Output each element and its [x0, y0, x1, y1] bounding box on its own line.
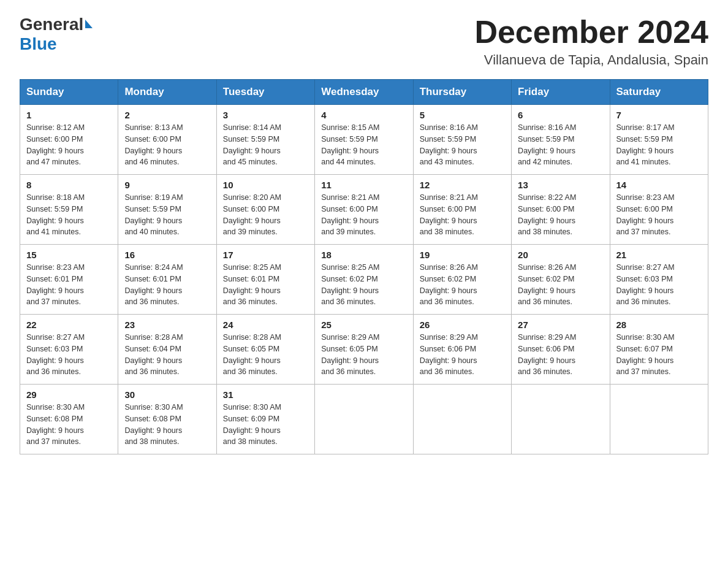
day-number: 14 [616, 180, 702, 190]
calendar-cell: 31Sunrise: 8:30 AMSunset: 6:09 PMDayligh… [216, 385, 314, 454]
day-info: Sunrise: 8:26 AMSunset: 6:02 PMDaylight:… [420, 262, 505, 308]
day-number: 11 [321, 180, 406, 190]
day-number: 26 [420, 320, 505, 330]
day-info: Sunrise: 8:30 AMSunset: 6:07 PMDaylight:… [616, 332, 702, 378]
logo-blue-text: Blue [20, 34, 57, 53]
week-row-2: 8Sunrise: 8:18 AMSunset: 5:59 PMDaylight… [20, 175, 708, 245]
calendar-cell: 25Sunrise: 8:29 AMSunset: 6:05 PMDayligh… [315, 315, 413, 385]
day-number: 4 [321, 110, 406, 120]
calendar-cell: 20Sunrise: 8:26 AMSunset: 6:02 PMDayligh… [512, 245, 610, 315]
week-row-4: 22Sunrise: 8:27 AMSunset: 6:03 PMDayligh… [20, 315, 708, 385]
day-number: 24 [223, 320, 308, 330]
day-number: 30 [124, 389, 210, 400]
day-info: Sunrise: 8:29 AMSunset: 6:06 PMDaylight:… [518, 332, 603, 378]
day-number: 23 [124, 320, 210, 330]
day-info: Sunrise: 8:27 AMSunset: 6:03 PMDaylight:… [616, 262, 702, 308]
day-number: 28 [616, 320, 702, 330]
calendar-cell: 13Sunrise: 8:22 AMSunset: 6:00 PMDayligh… [512, 175, 610, 245]
calendar-cell: 4Sunrise: 8:15 AMSunset: 5:59 PMDaylight… [315, 105, 413, 175]
day-info: Sunrise: 8:16 AMSunset: 5:59 PMDaylight:… [420, 122, 505, 168]
day-info: Sunrise: 8:21 AMSunset: 6:00 PMDaylight:… [321, 192, 406, 238]
day-info: Sunrise: 8:23 AMSunset: 6:01 PMDaylight:… [26, 262, 112, 308]
calendar-cell: 23Sunrise: 8:28 AMSunset: 6:04 PMDayligh… [118, 315, 216, 385]
day-number: 9 [124, 180, 210, 190]
day-info: Sunrise: 8:14 AMSunset: 5:59 PMDaylight:… [223, 122, 308, 168]
day-info: Sunrise: 8:21 AMSunset: 6:00 PMDaylight:… [420, 192, 505, 238]
column-header-wednesday: Wednesday [315, 80, 413, 105]
day-number: 3 [223, 110, 308, 120]
day-number: 15 [26, 250, 112, 260]
day-number: 16 [124, 250, 210, 260]
day-info: Sunrise: 8:12 AMSunset: 6:00 PMDaylight:… [26, 122, 112, 168]
calendar-cell: 14Sunrise: 8:23 AMSunset: 6:00 PMDayligh… [610, 175, 708, 245]
calendar-cell: 8Sunrise: 8:18 AMSunset: 5:59 PMDaylight… [20, 175, 118, 245]
day-info: Sunrise: 8:25 AMSunset: 6:01 PMDaylight:… [223, 262, 308, 308]
week-row-3: 15Sunrise: 8:23 AMSunset: 6:01 PMDayligh… [20, 245, 708, 315]
column-header-friday: Friday [512, 80, 610, 105]
day-number: 29 [26, 389, 112, 400]
month-title: December 2024 [474, 15, 708, 50]
day-info: Sunrise: 8:22 AMSunset: 6:00 PMDaylight:… [518, 192, 603, 238]
calendar-cell: 17Sunrise: 8:25 AMSunset: 6:01 PMDayligh… [216, 245, 314, 315]
calendar-cell: 22Sunrise: 8:27 AMSunset: 6:03 PMDayligh… [20, 315, 118, 385]
logo-arrow-icon [85, 20, 93, 28]
day-info: Sunrise: 8:16 AMSunset: 5:59 PMDaylight:… [518, 122, 603, 168]
day-number: 20 [518, 250, 603, 260]
day-info: Sunrise: 8:24 AMSunset: 6:01 PMDaylight:… [124, 262, 210, 308]
day-info: Sunrise: 8:17 AMSunset: 5:59 PMDaylight:… [616, 122, 702, 168]
day-number: 27 [518, 320, 603, 330]
calendar-cell: 12Sunrise: 8:21 AMSunset: 6:00 PMDayligh… [413, 175, 511, 245]
logo-general-text: General [20, 15, 83, 34]
calendar-cell: 7Sunrise: 8:17 AMSunset: 5:59 PMDaylight… [610, 105, 708, 175]
day-number: 17 [223, 250, 308, 260]
day-info: Sunrise: 8:27 AMSunset: 6:03 PMDaylight:… [26, 332, 112, 378]
day-number: 12 [420, 180, 505, 190]
day-info: Sunrise: 8:13 AMSunset: 6:00 PMDaylight:… [124, 122, 210, 168]
calendar-cell: 2Sunrise: 8:13 AMSunset: 6:00 PMDaylight… [118, 105, 216, 175]
column-header-tuesday: Tuesday [216, 80, 314, 105]
calendar-cell: 10Sunrise: 8:20 AMSunset: 6:00 PMDayligh… [216, 175, 314, 245]
page-header: General Blue December 2024 Villanueva de… [20, 15, 708, 68]
calendar-cell: 19Sunrise: 8:26 AMSunset: 6:02 PMDayligh… [413, 245, 511, 315]
calendar-cell: 1Sunrise: 8:12 AMSunset: 6:00 PMDaylight… [20, 105, 118, 175]
calendar-cell: 18Sunrise: 8:25 AMSunset: 6:02 PMDayligh… [315, 245, 413, 315]
day-info: Sunrise: 8:30 AMSunset: 6:08 PMDaylight:… [124, 402, 210, 448]
calendar-cell [610, 385, 708, 454]
calendar-cell: 16Sunrise: 8:24 AMSunset: 6:01 PMDayligh… [118, 245, 216, 315]
calendar-cell: 11Sunrise: 8:21 AMSunset: 6:00 PMDayligh… [315, 175, 413, 245]
day-number: 13 [518, 180, 603, 190]
day-info: Sunrise: 8:30 AMSunset: 6:09 PMDaylight:… [223, 402, 308, 448]
day-number: 6 [518, 110, 603, 120]
day-number: 8 [26, 180, 112, 190]
day-info: Sunrise: 8:29 AMSunset: 6:06 PMDaylight:… [420, 332, 505, 378]
day-info: Sunrise: 8:25 AMSunset: 6:02 PMDaylight:… [321, 262, 406, 308]
day-info: Sunrise: 8:15 AMSunset: 5:59 PMDaylight:… [321, 122, 406, 168]
calendar-cell: 9Sunrise: 8:19 AMSunset: 5:59 PMDaylight… [118, 175, 216, 245]
calendar-cell: 28Sunrise: 8:30 AMSunset: 6:07 PMDayligh… [610, 315, 708, 385]
day-info: Sunrise: 8:18 AMSunset: 5:59 PMDaylight:… [26, 192, 112, 238]
calendar-cell: 29Sunrise: 8:30 AMSunset: 6:08 PMDayligh… [20, 385, 118, 454]
day-info: Sunrise: 8:23 AMSunset: 6:00 PMDaylight:… [616, 192, 702, 238]
day-number: 18 [321, 250, 406, 260]
logo: General Blue [20, 15, 93, 54]
day-info: Sunrise: 8:29 AMSunset: 6:05 PMDaylight:… [321, 332, 406, 378]
day-info: Sunrise: 8:30 AMSunset: 6:08 PMDaylight:… [26, 402, 112, 448]
calendar-cell: 5Sunrise: 8:16 AMSunset: 5:59 PMDaylight… [413, 105, 511, 175]
day-number: 21 [616, 250, 702, 260]
calendar-header-row: SundayMondayTuesdayWednesdayThursdayFrid… [20, 80, 708, 105]
calendar-table: SundayMondayTuesdayWednesdayThursdayFrid… [20, 79, 708, 454]
calendar-cell [315, 385, 413, 454]
calendar-cell: 3Sunrise: 8:14 AMSunset: 5:59 PMDaylight… [216, 105, 314, 175]
day-number: 10 [223, 180, 308, 190]
title-block: December 2024 Villanueva de Tapia, Andal… [474, 15, 708, 68]
column-header-saturday: Saturday [610, 80, 708, 105]
week-row-5: 29Sunrise: 8:30 AMSunset: 6:08 PMDayligh… [20, 385, 708, 454]
day-info: Sunrise: 8:26 AMSunset: 6:02 PMDaylight:… [518, 262, 603, 308]
column-header-thursday: Thursday [413, 80, 511, 105]
day-number: 7 [616, 110, 702, 120]
column-header-sunday: Sunday [20, 80, 118, 105]
calendar-cell: 24Sunrise: 8:28 AMSunset: 6:05 PMDayligh… [216, 315, 314, 385]
calendar-cell [413, 385, 511, 454]
calendar-cell: 15Sunrise: 8:23 AMSunset: 6:01 PMDayligh… [20, 245, 118, 315]
day-number: 2 [124, 110, 210, 120]
